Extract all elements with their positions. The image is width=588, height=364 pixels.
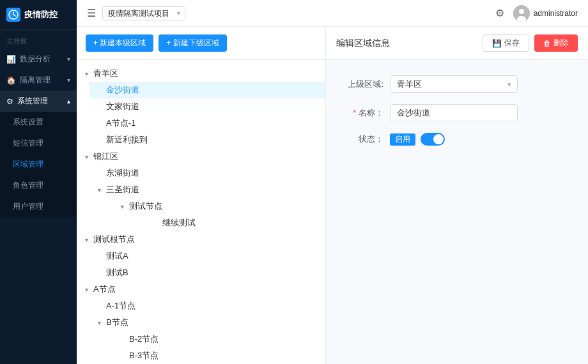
sidebar-item-system-settings[interactable]: 系统设置 xyxy=(0,112,77,133)
add-sub-level-button[interactable]: + 新建下级区域 xyxy=(159,34,226,52)
tree-node-row-newcreate[interactable]: 新近利接到 xyxy=(89,132,325,148)
tree-children: A-1节点 ▾ B节点 B-2节点 xyxy=(77,298,325,364)
tree-children: 东湖街道 ▾ 三圣街道 ▾ 测试节点 xyxy=(77,165,325,231)
node-label: A节点-1 xyxy=(106,118,320,129)
tree-node-row-bnode[interactable]: ▾ B节点 xyxy=(89,314,325,331)
expand-icon: ▾ xyxy=(82,70,91,77)
save-button[interactable]: 💾 保存 xyxy=(483,34,529,52)
node-label: B节点 xyxy=(106,317,320,328)
sidebar-item-label: 短信管理 xyxy=(13,138,43,149)
tree-children: 金沙街道 文家街道 A节点-1 新近利接到 xyxy=(77,82,325,148)
sidebar-item-role-mgmt[interactable]: 角色管理 xyxy=(0,175,77,196)
expand-icon: ▾ xyxy=(82,236,91,243)
node-label: 锦江区 xyxy=(93,151,320,162)
node-label: 青羊区 xyxy=(93,68,320,79)
sidebar-item-label: 隔离管理 xyxy=(20,75,50,86)
tree-node-row-a1[interactable]: A-1节点 xyxy=(89,298,325,314)
form-row-name: 名称： xyxy=(339,104,575,121)
status-toggle[interactable] xyxy=(421,133,445,146)
add-same-level-button[interactable]: + 新建本级区域 xyxy=(86,34,153,52)
chart-icon: 📊 xyxy=(6,55,16,64)
logo-icon xyxy=(6,8,20,22)
delete-icon: 🗑 xyxy=(543,39,551,48)
tree-node-row-wenjiayuan[interactable]: 文家街道 xyxy=(89,98,325,115)
tree-node-qingyang: ▾ 青羊区 金沙街道 文家街道 xyxy=(77,65,325,148)
node-label: 金沙街道 xyxy=(106,84,320,96)
expand-icon: ▾ xyxy=(95,186,104,193)
node-label: 文家街道 xyxy=(106,101,320,112)
edit-panel: 编辑区域信息 💾 保存 🗑 删除 上级区域: xyxy=(326,27,588,364)
tree-node-anodes: ▾ A节点 A-1节点 ▾ B节点 xyxy=(77,281,325,364)
tree-node-row-b3[interactable]: B-3节点 xyxy=(112,347,325,364)
tree-node-row-donghu[interactable]: 东湖街道 xyxy=(89,165,325,181)
tree-node-row[interactable]: ▾ A节点 xyxy=(77,281,325,298)
delete-button[interactable]: 🗑 删除 xyxy=(534,34,578,52)
sidebar-item-user-mgmt[interactable]: 用户管理 xyxy=(0,196,77,217)
user-menu[interactable]: administrator xyxy=(513,5,578,22)
form-row-parent: 上级区域: 青羊区 xyxy=(339,75,575,93)
sidebar-item-quarantine-mgmt[interactable]: 🏠 隔离管理 ▾ xyxy=(0,70,77,91)
parent-select-wrap: 青羊区 xyxy=(390,75,518,93)
breadcrumb-select-wrap: 疫情隔离测试项目 ▾ xyxy=(102,6,185,20)
node-label: 继续测试 xyxy=(162,217,320,229)
app-name: 疫情防控 xyxy=(24,9,58,20)
expand-icon: ▾ xyxy=(95,319,104,326)
tree-node-row[interactable]: ▾ 测试根节点 xyxy=(77,231,325,248)
main-content: ☰ 疫情隔离测试项目 ▾ ⚙ administrator xyxy=(77,0,588,364)
tree-children-testnode: 继续测试 xyxy=(112,215,325,231)
body-area: + 新建本级区域 + 新建下级区域 ▾ 青羊区 金沙街道 xyxy=(77,27,588,364)
project-select[interactable]: 疫情隔离测试项目 xyxy=(102,6,185,20)
node-label: A节点 xyxy=(93,284,320,295)
sidebar-item-label: 用户管理 xyxy=(13,201,43,212)
node-label: 三圣街道 xyxy=(106,184,320,195)
settings-icon[interactable]: ⚙ xyxy=(495,7,504,19)
tree-node-row-anode1[interactable]: A节点-1 xyxy=(89,115,325,132)
tree-node-row-testb[interactable]: 测试B xyxy=(89,264,325,281)
tree-content[interactable]: ▾ 青羊区 金沙街道 文家街道 xyxy=(77,60,325,364)
tree-children-sanjing: ▾ 测试节点 继续测试 xyxy=(89,198,325,231)
tree-node-row-continuetest[interactable]: 继续测试 xyxy=(146,215,325,231)
node-label: 东湖街道 xyxy=(106,167,320,179)
avatar xyxy=(513,5,530,22)
form-row-status: 状态： 启用 xyxy=(339,133,575,146)
chevron-down-icon: ▾ xyxy=(67,56,70,63)
app-logo: 疫情防控 xyxy=(0,0,77,30)
menu-icon[interactable]: ☰ xyxy=(87,7,96,19)
save-icon: 💾 xyxy=(492,39,502,48)
tree-node-row-b2[interactable]: B-2节点 xyxy=(112,331,325,347)
sidebar: 疫情防控 主导航 📊 数据分析 ▾ 🏠 隔离管理 ▾ ⚙ 系统管理 ▴ 系统设置… xyxy=(0,0,77,364)
name-input[interactable] xyxy=(390,104,518,121)
node-label: 测试B xyxy=(106,267,320,278)
sidebar-item-sms-mgmt[interactable]: 短信管理 xyxy=(0,133,77,154)
node-label: 测试节点 xyxy=(129,201,320,212)
parent-select[interactable]: 青羊区 xyxy=(390,75,518,93)
tree-node-row-jinsha[interactable]: 金沙街道 xyxy=(89,82,325,98)
name-field-label: 名称： xyxy=(339,107,383,119)
delete-label: 删除 xyxy=(553,38,569,49)
username-label: administrator xyxy=(534,9,578,18)
tree-node-testroot: ▾ 测试根节点 测试A 测试B xyxy=(77,231,325,281)
node-label: 测试根节点 xyxy=(93,234,320,245)
tree-node-row-testnode[interactable]: ▾ 测试节点 xyxy=(112,198,325,215)
node-label: 新近利接到 xyxy=(106,134,320,146)
tree-node-row[interactable]: ▾ 青羊区 xyxy=(77,65,325,82)
system-submenu: 系统设置 短信管理 区域管理 角色管理 用户管理 xyxy=(0,112,77,217)
node-label: B-2节点 xyxy=(129,333,320,345)
parent-field-label: 上级区域: xyxy=(339,79,383,90)
node-label: A-1节点 xyxy=(106,300,320,312)
sidebar-item-area-mgmt[interactable]: 区域管理 xyxy=(0,154,77,175)
sidebar-item-system-mgmt[interactable]: ⚙ 系统管理 ▴ xyxy=(0,91,77,112)
sidebar-item-data-analysis[interactable]: 📊 数据分析 ▾ xyxy=(0,49,77,70)
chevron-up-icon: ▴ xyxy=(67,98,70,105)
tree-node-row[interactable]: ▾ 锦江区 xyxy=(77,148,325,165)
expand-icon: ▾ xyxy=(118,203,127,210)
tree-node-row-sanjing[interactable]: ▾ 三圣街道 xyxy=(89,181,325,198)
edit-panel-title: 编辑区域信息 xyxy=(336,38,390,49)
chevron-down-icon: ▾ xyxy=(67,77,70,84)
tree-node-row-testa[interactable]: 测试A xyxy=(89,248,325,264)
tree-children: 测试A 测试B xyxy=(77,248,325,281)
status-toggle-wrap: 启用 xyxy=(390,133,445,146)
tree-children-bnode: B-2节点 B-3节点 B-4节点 xyxy=(89,331,325,364)
status-badge: 启用 xyxy=(390,133,415,146)
home-icon: 🏠 xyxy=(6,76,16,85)
